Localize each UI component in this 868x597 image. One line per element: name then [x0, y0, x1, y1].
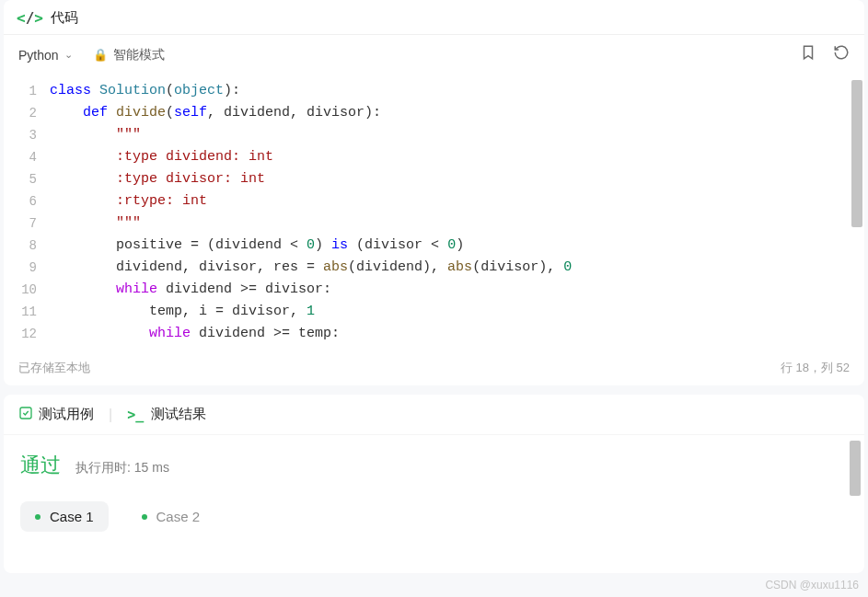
lock-icon: 🔒: [93, 48, 108, 62]
bookmark-icon[interactable]: [800, 44, 816, 65]
tab-testresult[interactable]: >_ 测试结果: [125, 404, 208, 425]
case-label: Case 1: [50, 509, 94, 524]
result-tabs: 测试用例 | >_ 测试结果: [4, 395, 864, 435]
check-icon: [18, 406, 33, 423]
editor-statusbar: 已存储至本地 行 18，列 52: [4, 350, 864, 385]
runtime-label: 执行用时: 15 ms: [75, 460, 169, 476]
code-editor[interactable]: 123456789101112 class Solution(object): …: [4, 75, 864, 350]
code-panel-header: </> 代码: [4, 0, 864, 35]
tab-testresult-label: 测试结果: [151, 406, 206, 423]
status-dot: [35, 514, 41, 520]
scrollbar-thumb[interactable]: [850, 441, 861, 496]
reset-icon[interactable]: [833, 44, 850, 65]
language-selector[interactable]: Python ⌄: [18, 48, 73, 63]
cursor-position: 行 18，列 52: [781, 360, 850, 376]
save-status: 已存储至本地: [18, 360, 90, 376]
case-pill[interactable]: Case 1: [20, 501, 109, 532]
svg-rect-0: [20, 408, 31, 419]
case-label: Case 2: [156, 509, 201, 524]
result-body: 通过 执行用时: 15 ms Case 1Case 2: [4, 435, 864, 573]
scrollbar-thumb[interactable]: [851, 80, 862, 227]
line-gutter: 123456789101112: [4, 80, 50, 339]
chevron-down-icon: ⌄: [64, 49, 73, 61]
mode-label: 智能模式: [113, 47, 165, 63]
case-list: Case 1Case 2: [20, 501, 848, 532]
case-pill[interactable]: Case 2: [127, 501, 215, 532]
tab-separator: |: [109, 407, 112, 423]
status-dot: [142, 514, 147, 520]
editor-toolbar: Python ⌄ 🔒 智能模式: [4, 35, 864, 75]
code-icon: </>: [17, 9, 43, 27]
tab-testcase-label: 测试用例: [39, 406, 94, 423]
editor-scrollbar[interactable]: [851, 80, 862, 338]
mode-indicator[interactable]: 🔒 智能模式: [93, 47, 165, 63]
terminal-icon: >_: [127, 407, 144, 423]
watermark: CSDN @xuxu1116: [765, 579, 859, 591]
result-status: 通过: [20, 452, 61, 479]
tab-testcase[interactable]: 测试用例: [17, 404, 96, 425]
code-content[interactable]: class Solution(object): def divide(self,…: [50, 80, 864, 339]
panel-title: 代码: [51, 9, 78, 27]
result-scrollbar[interactable]: [850, 441, 861, 560]
language-label: Python: [18, 48, 59, 63]
